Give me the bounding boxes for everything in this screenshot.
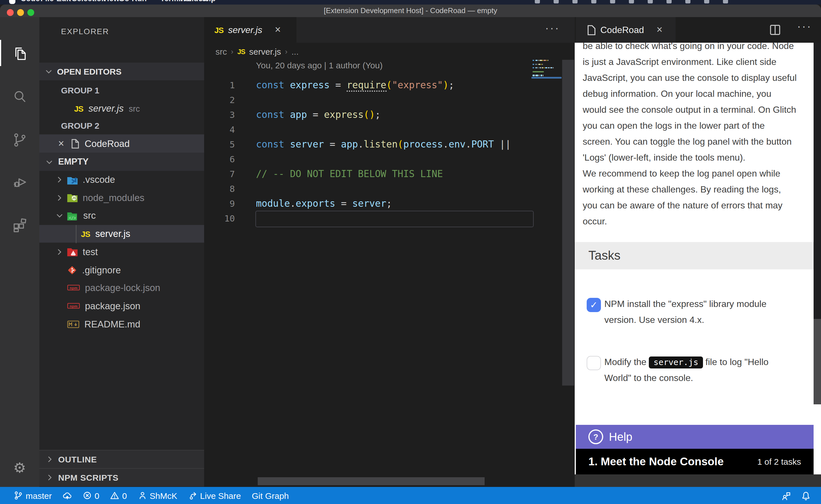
- editor-vertical-scrollbar[interactable]: [562, 60, 574, 386]
- minimap-line: [553, 67, 553, 68]
- activity-source-control[interactable]: [0, 126, 39, 153]
- tree-item-readme-md[interactable]: README.md: [39, 315, 204, 333]
- task-checkbox-1[interactable]: ✓: [587, 298, 601, 312]
- window-title: [Extension Development Host] - CodeRoad …: [0, 6, 821, 15]
- statusbar-item-git-graph[interactable]: Git Graph: [252, 491, 289, 500]
- window-title-bar[interactable]: [Extension Development Host] - CodeRoad …: [0, 5, 821, 17]
- open-editor-item-coderoad[interactable]: × CodeRoad: [39, 134, 204, 153]
- split-editor-icon[interactable]: [770, 24, 781, 35]
- editor-horizontal-scrollbar[interactable]: [258, 477, 485, 485]
- panel-scrollbar-thumb[interactable]: [814, 319, 821, 404]
- code-line[interactable]: 9module.exports = server;: [204, 196, 575, 211]
- menu-item-run[interactable]: Run: [132, 0, 147, 3]
- statusbar-item-shmck[interactable]: ShMcK: [138, 491, 177, 500]
- menu-status-icon[interactable]: [685, 0, 691, 3]
- menu-status-icon[interactable]: [553, 0, 559, 3]
- tree-item-node-modules[interactable]: JSnode_modules: [39, 189, 204, 206]
- gitlens-blame-annotation[interactable]: You, 20 days ago | 1 author (You): [256, 60, 383, 70]
- tree-item-test[interactable]: test: [39, 243, 204, 261]
- code-line[interactable]: 10: [204, 211, 575, 226]
- code-line[interactable]: 4: [204, 122, 575, 137]
- section-outline[interactable]: OUTLINE: [39, 450, 204, 468]
- menu-status-icon[interactable]: [648, 0, 653, 3]
- statusbar-item-0[interactable]: 0: [110, 491, 127, 500]
- statusbar-item-0[interactable]: 0: [83, 491, 99, 500]
- minimap-line: [536, 63, 537, 65]
- folder-header-empty[interactable]: EMPTY: [39, 153, 204, 171]
- editor-actions-more-icon[interactable]: ···: [545, 22, 560, 35]
- open-editors-group-label: GROUP 1: [61, 85, 99, 95]
- error-icon: [83, 491, 92, 500]
- code-line[interactable]: 7// -- DO NOT EDIT BELOW THIS LINE: [204, 167, 575, 182]
- section-npm-scripts[interactable]: NPM SCRIPTS: [39, 468, 204, 486]
- activity-extensions[interactable]: [0, 211, 39, 237]
- task-checkbox-2[interactable]: [587, 356, 601, 370]
- tree-item-server-js[interactable]: JSserver.js: [39, 225, 204, 243]
- code-line[interactable]: 2: [204, 93, 575, 108]
- paragraph-line: is just a JavaScript environment. Like c…: [583, 54, 813, 70]
- code-line[interactable]: 1const express = require("express");: [204, 78, 575, 93]
- menu-status-icon[interactable]: [723, 0, 728, 3]
- minimap[interactable]: [531, 60, 561, 100]
- coderoad-panel: CodeRoad × ··· be able to check what's g…: [575, 17, 821, 487]
- tree-item-package-lock-json[interactable]: npmpackage-lock.json: [39, 279, 204, 297]
- menu-item-help[interactable]: Help: [199, 0, 216, 3]
- menu-status-icon[interactable]: [704, 0, 709, 3]
- close-icon[interactable]: ×: [58, 138, 64, 149]
- statusbar-item-live-share[interactable]: Live Share: [188, 491, 241, 500]
- minimap-line: [549, 67, 550, 68]
- statusbar-item-master[interactable]: master: [14, 491, 52, 500]
- menu-item-selection[interactable]: Selection: [72, 0, 106, 3]
- settings-gear[interactable]: ⚙: [0, 454, 39, 481]
- statusbar-item-cloud-upload-icon[interactable]: [63, 491, 72, 500]
- tree-item--gitignore[interactable]: .gitignore: [39, 261, 204, 279]
- gear-icon: ⚙: [13, 459, 26, 476]
- menu-status-icon[interactable]: [667, 0, 672, 3]
- statusbar-bell-icon[interactable]: [801, 491, 811, 500]
- open-editor-item-server-js[interactable]: JS server.js src: [39, 100, 204, 117]
- menu-status-icon[interactable]: [535, 0, 540, 3]
- activity-run-debug[interactable]: [0, 169, 39, 195]
- close-tab-icon[interactable]: ×: [657, 24, 663, 36]
- activity-explorer[interactable]: [0, 40, 39, 66]
- minimap-line: [532, 63, 534, 65]
- menu-status-icon[interactable]: [591, 0, 596, 3]
- more-actions-icon[interactable]: ···: [797, 20, 812, 33]
- tree-item-src[interactable]: </>src: [39, 207, 204, 225]
- test-folder-icon: [67, 247, 77, 257]
- code-line[interactable]: 5const server = app.listen(process.env.P…: [204, 137, 575, 152]
- tree-item--vscode[interactable]: .vscode: [39, 171, 204, 189]
- breadcrumb-file[interactable]: server.js: [249, 47, 281, 56]
- apple-menu-icon[interactable]: [9, 0, 15, 4]
- lesson-footer[interactable]: 1. Meet the Node Console 1 of 2 tasks: [576, 449, 814, 474]
- code-line[interactable]: 6: [204, 152, 575, 167]
- menu-item-file[interactable]: File: [40, 0, 54, 3]
- minimap-line: [538, 63, 541, 65]
- js-file-icon: JS: [215, 25, 224, 34]
- minimap-line: [544, 67, 544, 68]
- tab-coderoad[interactable]: CodeRoad ×: [576, 17, 676, 43]
- menu-status-icon[interactable]: [629, 0, 634, 3]
- panel-scrollbar-track[interactable]: [814, 43, 821, 319]
- paragraph-line: 'Logs' (lower-left, inside the tools men…: [583, 150, 813, 166]
- breadcrumb[interactable]: src › JS server.js › ...: [216, 47, 299, 56]
- code-line[interactable]: 3const app = express();: [204, 108, 575, 122]
- breadcrumb-src[interactable]: src: [216, 47, 227, 56]
- line-number: 5: [204, 137, 235, 152]
- tree-item-package-json[interactable]: npmpackage.json: [39, 297, 204, 315]
- open-editors-header[interactable]: OPEN EDITORS: [39, 63, 204, 80]
- help-button[interactable]: ? Help: [576, 425, 814, 449]
- menu-item-go[interactable]: Go: [118, 0, 129, 3]
- menu-item-edit[interactable]: Edit: [56, 0, 71, 3]
- breadcrumb-symbol[interactable]: ...: [291, 47, 299, 56]
- menu-status-icon[interactable]: [572, 0, 577, 3]
- activity-search[interactable]: [0, 83, 39, 109]
- minimap-line: [532, 60, 534, 61]
- close-tab-icon[interactable]: ×: [275, 24, 281, 36]
- menu-item-code[interactable]: Code: [21, 0, 40, 3]
- tab-server-js[interactable]: JS server.js ×: [204, 17, 297, 43]
- statusbar-feedback-icon[interactable]: [781, 491, 791, 500]
- menu-status-icon[interactable]: [610, 0, 615, 3]
- code-line[interactable]: 8: [204, 182, 575, 196]
- menu-item-view[interactable]: View: [102, 0, 119, 3]
